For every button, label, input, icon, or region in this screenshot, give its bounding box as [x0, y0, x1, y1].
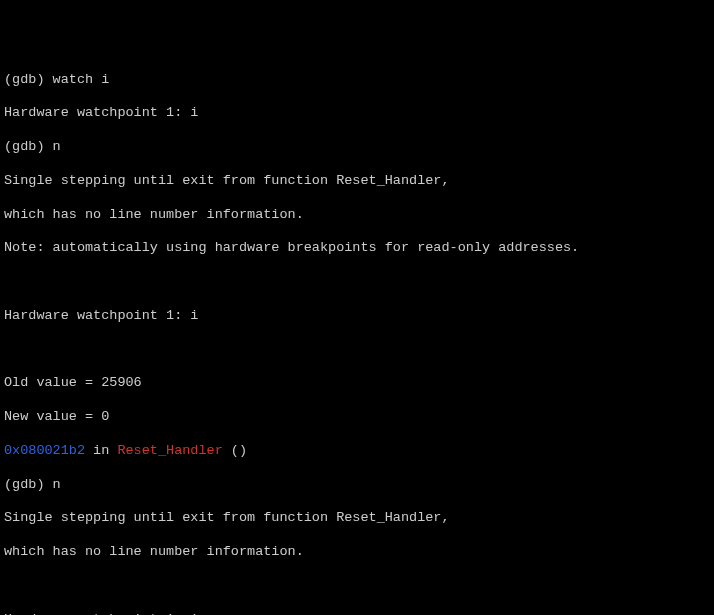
loc-tail: () — [223, 443, 247, 458]
note-msg: Note: automatically using hardware break… — [4, 240, 710, 257]
gdb-line: (gdb) n — [4, 477, 710, 494]
address: 0x080021b2 — [4, 443, 85, 458]
step-msg: which has no line number information. — [4, 544, 710, 561]
location-line: 0x080021b2 in Reset_Handler () — [4, 443, 710, 460]
cmd-next: n — [53, 139, 61, 154]
blank-line — [4, 274, 710, 291]
cmd-next: n — [53, 477, 61, 492]
step-msg: Single stepping until exit from function… — [4, 510, 710, 527]
hw-watchpoint: Hardware watchpoint 1: i — [4, 308, 710, 325]
gdb-line: (gdb) n — [4, 139, 710, 156]
hw-watchpoint: Hardware watchpoint 1: i — [4, 612, 710, 616]
hw-watchpoint: Hardware watchpoint 1: i — [4, 105, 710, 122]
old-value: Old value = 25906 — [4, 375, 710, 392]
function-name: Reset_Handler — [117, 443, 222, 458]
blank-line — [4, 578, 710, 595]
blank-line — [4, 342, 710, 359]
cmd-watch: watch i — [53, 72, 110, 87]
gdb-prompt: (gdb) — [4, 72, 53, 87]
gdb-prompt: (gdb) — [4, 477, 53, 492]
gdb-line: (gdb) watch i — [4, 72, 710, 89]
gdb-prompt: (gdb) — [4, 139, 53, 154]
step-msg: which has no line number information. — [4, 207, 710, 224]
in-text: in — [85, 443, 117, 458]
step-msg: Single stepping until exit from function… — [4, 173, 710, 190]
new-value: New value = 0 — [4, 409, 710, 426]
